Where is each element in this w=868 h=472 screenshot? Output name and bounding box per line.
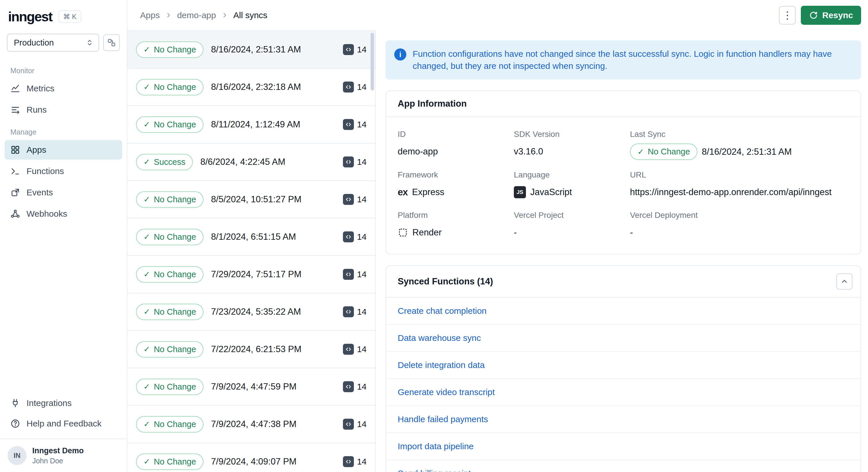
sync-count-value: 14: [357, 82, 367, 92]
manage-section-label: Manage: [0, 121, 127, 139]
sidebar-item-label: Help and Feedback: [27, 419, 101, 429]
field-label: Vercel Deployment: [630, 211, 843, 220]
sync-function-count: 14: [343, 231, 367, 242]
sidebar-item-label: Webhooks: [27, 209, 67, 219]
sync-status: Success: [154, 157, 186, 167]
sidebar-item-label: Functions: [27, 166, 64, 176]
field-value: https://inngest-demo-app.onrender.com/ap…: [630, 184, 843, 200]
sync-list-item[interactable]: ✓Success 8/6/2024, 4:22:45 AM 14: [127, 144, 375, 181]
sync-status: No Change: [154, 270, 196, 279]
field-vercel-deployment: Vercel Deployment -: [630, 200, 849, 241]
sync-list-item[interactable]: ✓No Change 7/9/2024, 4:47:59 PM 14: [127, 368, 375, 406]
field-sdk-version: SDK Version v3.16.0: [514, 119, 630, 160]
breadcrumb-all-syncs: All syncs: [233, 10, 267, 20]
sync-count-value: 14: [357, 157, 367, 167]
status-pill: ✓No Change: [136, 79, 204, 95]
field-label: Platform: [398, 211, 508, 220]
sync-list-item[interactable]: ✓No Change 8/11/2024, 1:12:49 AM 14: [127, 106, 375, 144]
language-value: JavaScript: [530, 187, 572, 197]
field-label: Last Sync: [630, 130, 843, 139]
check-icon: ✓: [144, 120, 150, 129]
function-link[interactable]: Create chat completion: [386, 298, 861, 324]
help-circle-icon: [10, 419, 20, 429]
sync-time: 8/5/2024, 10:51:27 PM: [211, 194, 302, 204]
function-link[interactable]: Delete integration data: [386, 351, 861, 378]
sync-time: 7/9/2024, 4:09:07 PM: [211, 457, 296, 467]
sidebar-item-integrations[interactable]: Integrations: [5, 394, 122, 413]
sync-list-item[interactable]: ✓No Change 7/29/2024, 7:51:17 PM 14: [127, 256, 375, 293]
user-subtitle: John Doe: [32, 457, 84, 465]
status-pill: ✓No Change: [136, 341, 204, 357]
sync-list-item[interactable]: ✓No Change 7/23/2024, 5:35:22 AM 14: [127, 293, 375, 331]
sidebar-item-events[interactable]: Events: [5, 183, 122, 202]
field-label: Vercel Project: [514, 211, 624, 220]
breadcrumb-demo-app[interactable]: demo-app: [177, 10, 216, 20]
sync-list-item[interactable]: ✓No Change 8/5/2024, 10:51:27 PM 14: [127, 181, 375, 218]
sync-time: 8/16/2024, 2:32:18 AM: [211, 82, 301, 92]
function-count-icon: [343, 344, 354, 355]
field-label: SDK Version: [514, 130, 624, 139]
webhooks-icon: [10, 209, 20, 219]
sidebar-item-help-and-feedback[interactable]: Help and Feedback: [5, 414, 122, 433]
sidebar-item-runs[interactable]: Runs: [5, 100, 122, 120]
function-link[interactable]: Generate video transcript: [386, 378, 861, 405]
functions-icon: [10, 166, 20, 176]
manage-environments-button[interactable]: [103, 34, 120, 51]
user-menu[interactable]: IN Inngest Demo John Doe: [0, 439, 127, 472]
command-k-shortcut-badge[interactable]: ⌘ K: [59, 10, 81, 23]
function-count-icon: [343, 119, 354, 130]
function-link[interactable]: Import data pipeline: [386, 433, 861, 460]
sync-function-count: 14: [343, 156, 367, 167]
app-information-card: App Information ID demo-app SDK Version …: [385, 91, 861, 254]
app-information-header: App Information: [386, 91, 861, 117]
status-pill: ✓No Change: [136, 41, 204, 58]
status-pill: ✓No Change: [136, 416, 204, 433]
events-icon: [10, 188, 20, 197]
sync-function-count: 14: [343, 381, 367, 392]
sync-list-item[interactable]: ✓No Change 8/16/2024, 2:32:18 AM 14: [127, 69, 375, 106]
status-pill: ✓No Change: [136, 229, 204, 245]
sync-list-item[interactable]: ✓No Change 8/1/2024, 6:51:15 AM 14: [127, 218, 375, 256]
javascript-icon: JS: [514, 186, 526, 198]
framework-value: Express: [412, 187, 444, 197]
sync-count-value: 14: [357, 307, 367, 317]
check-icon: ✓: [144, 457, 150, 466]
metrics-icon: [10, 84, 20, 93]
sync-list-item[interactable]: ✓No Change 7/9/2024, 4:47:38 PM 14: [127, 406, 375, 443]
sync-status: No Change: [154, 45, 196, 55]
resync-button[interactable]: Resync: [801, 6, 861, 25]
field-label: URL: [630, 170, 843, 180]
sidebar-item-metrics[interactable]: Metrics: [5, 79, 122, 98]
status-pill: ✓No Change: [136, 266, 204, 283]
user-info: Inngest Demo John Doe: [32, 446, 84, 465]
field-label: ID: [398, 130, 508, 139]
inngest-logo: inngest: [8, 9, 52, 25]
more-options-button[interactable]: ⋮: [779, 6, 796, 25]
function-count-icon: [343, 381, 354, 392]
resync-icon: [809, 11, 818, 20]
check-icon: ✓: [144, 345, 150, 354]
sync-list-item[interactable]: ✓No Change 7/22/2024, 6:21:53 PM 14: [127, 331, 375, 368]
function-link[interactable]: Handle failed payments: [386, 405, 861, 433]
sync-list-item[interactable]: ✓No Change 7/9/2024, 4:09:07 PM 14: [127, 443, 375, 472]
info-banner-text: Function configurations have not changed…: [413, 48, 852, 72]
sync-time: 7/23/2024, 5:35:22 AM: [211, 307, 301, 317]
collapse-button[interactable]: [836, 274, 852, 290]
status-pill: ✓No Change: [136, 304, 204, 320]
main-pane: Apps › demo-app › All syncs ⋮ Resync ✓No…: [127, 0, 868, 472]
info-banner: i Function configurations have not chang…: [385, 40, 861, 80]
scrollbar-thumb[interactable]: [371, 33, 374, 91]
function-count-icon: [343, 82, 354, 93]
app-information-grid: ID demo-app SDK Version v3.16.0 Last Syn…: [386, 117, 861, 254]
function-link[interactable]: Send billing receipt: [386, 460, 861, 472]
check-icon: ✓: [144, 45, 150, 54]
function-link[interactable]: Data warehouse sync: [386, 324, 861, 351]
check-icon: ✓: [144, 157, 150, 166]
breadcrumb-apps[interactable]: Apps: [140, 10, 160, 20]
sidebar-item-webhooks[interactable]: Webhooks: [5, 204, 122, 224]
sidebar-item-functions[interactable]: Functions: [5, 161, 122, 181]
sync-list-item[interactable]: ✓No Change 8/16/2024, 2:51:31 AM 14: [127, 31, 375, 69]
environment-selector[interactable]: Production: [7, 34, 99, 52]
sidebar-item-apps[interactable]: Apps: [5, 140, 122, 160]
sync-status: No Change: [154, 195, 196, 204]
